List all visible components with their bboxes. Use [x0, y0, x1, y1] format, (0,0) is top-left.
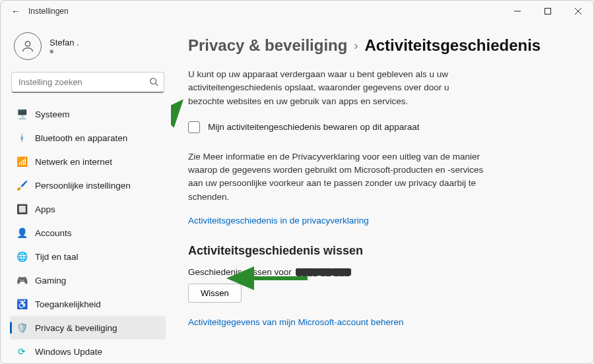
- clear-button[interactable]: Wissen: [188, 284, 242, 303]
- nav-accounts[interactable]: 👤Accounts: [10, 221, 166, 245]
- nav-list: 🖥️Systeem ᚼBluetooth en apparaten 📶Netwe…: [10, 102, 166, 363]
- update-icon: ⟳: [16, 346, 27, 357]
- store-history-label: Mijn activiteitengeschiedenis bewaren op…: [208, 122, 419, 132]
- nav-privacy[interactable]: 🛡️Privacy & beveiliging: [10, 316, 166, 340]
- svg-point-5: [150, 78, 156, 84]
- nav-apps[interactable]: 🔲Apps: [10, 197, 166, 221]
- search-box[interactable]: [11, 72, 164, 93]
- user-name: Stefan .: [50, 38, 79, 47]
- chevron-right-icon: ›: [354, 39, 358, 53]
- breadcrumb-parent[interactable]: Privacy & beveiliging: [188, 36, 347, 55]
- store-history-checkbox[interactable]: [188, 121, 200, 133]
- brush-icon: 🖌️: [16, 180, 27, 191]
- apps-icon: 🔲: [16, 204, 27, 214]
- svg-line-7: [171, 102, 181, 132]
- back-button[interactable]: ←: [6, 3, 26, 19]
- shield-icon: 🛡️: [16, 322, 27, 333]
- window-title: Instellingen: [28, 7, 69, 16]
- breadcrumb: Privacy & beveiliging › Activiteitsgesch…: [188, 36, 567, 55]
- intro-text: U kunt op uw apparaat verdergaan waar u …: [188, 68, 478, 108]
- globe-icon: 🌐: [16, 251, 27, 262]
- nav-personalization[interactable]: 🖌️Persoonlijke instellingen: [10, 173, 166, 197]
- bluetooth-icon: ᚼ: [16, 133, 27, 143]
- svg-point-4: [25, 42, 30, 46]
- maximize-button[interactable]: [533, 1, 563, 22]
- nav-windows-update[interactable]: ⟳Windows Update: [10, 340, 166, 363]
- avatar: [14, 32, 42, 60]
- main-content: Privacy & beveiliging › Activiteitsgesch…: [171, 22, 593, 363]
- accessibility-icon: ♿: [16, 299, 27, 309]
- svg-line-6: [156, 84, 158, 86]
- page-title: Activiteitsgeschiedenis: [364, 36, 541, 55]
- window-controls: [502, 1, 593, 22]
- clear-for-row: Geschiedenis wissen voor ████ ██ ███: [188, 267, 567, 277]
- minimize-button[interactable]: [502, 1, 533, 22]
- nav-bluetooth[interactable]: ᚼBluetooth en apparaten: [10, 126, 166, 150]
- nav-system[interactable]: 🖥️Systeem: [10, 102, 166, 126]
- nav-network[interactable]: 📶Netwerk en internet: [10, 150, 166, 173]
- svg-rect-1: [545, 9, 551, 15]
- clear-section-heading: Activiteitsgeschiedenis wissen: [188, 244, 567, 258]
- redacted-account: ████ ██ ███: [296, 268, 351, 276]
- clear-for-label: Geschiedenis wissen voor: [188, 267, 292, 277]
- nav-gaming[interactable]: 🎮Gaming: [10, 268, 166, 292]
- wifi-icon: 📶: [16, 156, 27, 167]
- gamepad-icon: 🎮: [16, 275, 27, 286]
- close-button[interactable]: [563, 1, 593, 22]
- user-header[interactable]: Stefan . ■: [10, 27, 166, 69]
- search-icon: [149, 77, 158, 88]
- display-icon: 🖥️: [16, 109, 27, 119]
- titlebar: ← Instellingen: [1, 1, 593, 22]
- manage-link[interactable]: Activiteitgegevens van mijn Microsoft-ac…: [188, 317, 403, 327]
- person-icon: 👤: [16, 228, 27, 238]
- privacy-paragraph: Zie Meer informatie en de Privacyverklar…: [188, 150, 492, 204]
- search-input[interactable]: [11, 72, 164, 93]
- store-history-row[interactable]: Mijn activiteitengeschiedenis bewaren op…: [188, 121, 567, 133]
- privacy-link[interactable]: Activiteitsgeschiedenis in de privacyver…: [188, 216, 369, 226]
- settings-window: ← Instellingen Stefan . ■: [0, 0, 594, 364]
- nav-time-language[interactable]: 🌐Tijd en taal: [10, 245, 166, 268]
- sidebar: Stefan . ■ 🖥️Systeem ᚼBluetooth en appar…: [1, 22, 171, 363]
- nav-accessibility[interactable]: ♿Toegankelijkheid: [10, 292, 166, 316]
- user-sub: ■: [50, 47, 79, 55]
